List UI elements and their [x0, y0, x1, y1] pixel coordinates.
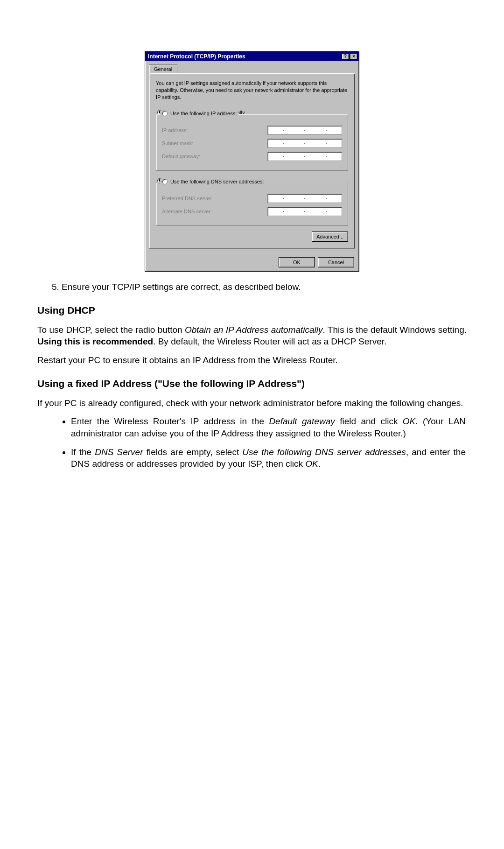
- step-5: Ensure your TCP/IP settings are correct,…: [62, 281, 467, 293]
- dialog-actions: OK Cancel: [145, 253, 359, 271]
- radio-icon: [162, 179, 168, 184]
- radio-use-following-ip[interactable]: Use the following IP address:: [160, 111, 238, 116]
- text: If the: [71, 447, 95, 457]
- tcpip-properties-dialog: Internet Protocol (TCP/IP) Properties ? …: [145, 51, 359, 272]
- label-preferred-dns: Preferred DNS server:: [162, 196, 213, 201]
- text: field and click: [335, 416, 403, 426]
- text: .: [318, 459, 321, 469]
- text-italic: Use the following DNS server addresses: [242, 447, 406, 457]
- titlebar-text: Internet Protocol (TCP/IP) Properties: [148, 53, 341, 60]
- input-preferred-dns[interactable]: [267, 194, 342, 203]
- text-bold: Using this is recommended: [37, 337, 153, 346]
- input-ip-address[interactable]: [267, 126, 342, 135]
- tab-general[interactable]: General: [149, 64, 177, 73]
- text-italic: OK: [305, 459, 318, 469]
- paragraph-restart: Restart your PC to ensure it obtains an …: [37, 354, 467, 366]
- heading-using-dhcp: Using DHCP: [37, 304, 467, 317]
- input-default-gateway[interactable]: [267, 152, 342, 161]
- group-manual-ip: Use the following IP address: IP address…: [156, 114, 348, 171]
- paragraph-fixed-intro: If your PC is already configured, check …: [37, 397, 467, 409]
- radio-label: Use the following IP address:: [170, 111, 237, 116]
- help-icon[interactable]: ?: [342, 53, 349, 60]
- label-subnet-mask: Subnet mask:: [162, 140, 193, 146]
- info-text: You can get IP settings assigned automat…: [156, 80, 348, 101]
- text-italic: Default gateway: [269, 416, 335, 426]
- advanced-button[interactable]: Advanced...: [312, 232, 348, 242]
- radio-use-following-dns[interactable]: Use the following DNS server addresses:: [160, 179, 266, 184]
- titlebar: Internet Protocol (TCP/IP) Properties ? …: [145, 52, 359, 61]
- label-ip-address: IP address:: [162, 127, 188, 133]
- label-alternate-dns: Alternate DNS server:: [162, 209, 212, 214]
- text-italic: Obtain an IP Address automatically: [185, 325, 323, 335]
- text: . This is the default Windows setting.: [323, 325, 467, 335]
- text: . By default, the Wireless Router will a…: [153, 337, 386, 346]
- input-subnet-mask[interactable]: [267, 139, 342, 148]
- tab-panel-general: You can get IP settings assigned automat…: [149, 73, 355, 249]
- label-default-gateway: Default gateway:: [162, 154, 200, 159]
- document-body: Ensure your TCP/IP settings are correct,…: [37, 281, 467, 470]
- group-manual-dns: Use the following DNS server addresses: …: [156, 182, 348, 226]
- cancel-button[interactable]: Cancel: [318, 257, 354, 267]
- text-italic: DNS Server: [95, 447, 143, 457]
- paragraph-dhcp: To use DHCP, select the radio button Obt…: [37, 324, 467, 348]
- input-alternate-dns[interactable]: [267, 207, 342, 216]
- text: To use DHCP, select the radio button: [37, 325, 185, 335]
- bullet-dns-server: If the DNS Server fields are empty, sele…: [71, 446, 467, 470]
- close-icon[interactable]: ×: [350, 53, 357, 60]
- text: Enter the Wireless Router's IP address i…: [71, 416, 269, 426]
- dialog-body: General You can get IP settings assigned…: [145, 61, 359, 253]
- text-italic: OK: [403, 416, 415, 426]
- bullet-default-gateway: Enter the Wireless Router's IP address i…: [71, 415, 467, 439]
- ok-button[interactable]: OK: [279, 257, 315, 267]
- radio-label: Use the following DNS server addresses:: [170, 179, 264, 184]
- tab-strip: General: [149, 64, 355, 73]
- text: fields are empty, select: [143, 447, 243, 457]
- radio-icon: [162, 111, 168, 116]
- heading-fixed-ip: Using a fixed IP Address ("Use the follo…: [37, 377, 467, 390]
